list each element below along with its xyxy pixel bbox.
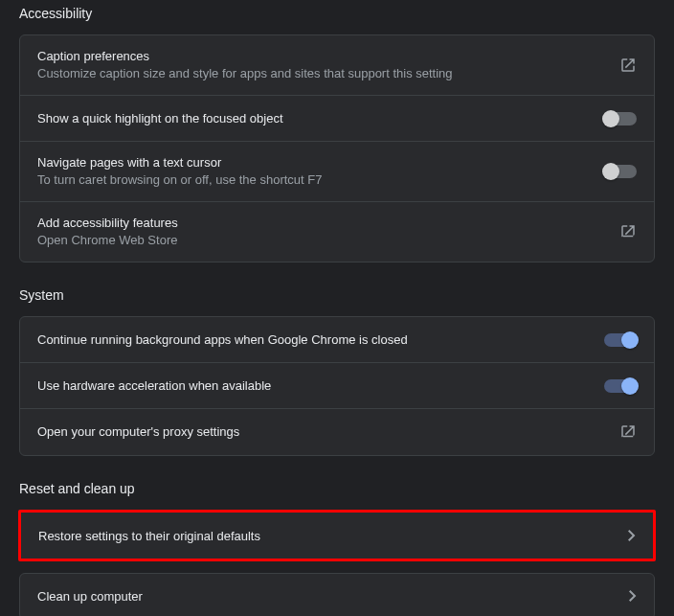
add-accessibility-features-title: Add accessibility features xyxy=(37,215,608,232)
caption-preferences-title: Caption preferences xyxy=(37,48,608,65)
open-external-icon[interactable] xyxy=(619,57,637,74)
quick-highlight-toggle[interactable] xyxy=(604,112,637,125)
background-apps-row[interactable]: Continue running background apps when Go… xyxy=(20,317,654,363)
accessibility-card: Caption preferences Customize caption si… xyxy=(19,34,655,262)
text-cursor-sub: To turn caret browsing on or off, use th… xyxy=(37,171,593,189)
restore-defaults-title: Restore settings to their original defau… xyxy=(38,529,260,543)
chevron-right-icon xyxy=(629,586,637,606)
quick-highlight-title: Show a quick highlight on the focused ob… xyxy=(37,110,593,127)
open-external-icon[interactable] xyxy=(619,223,637,240)
hardware-acceleration-row[interactable]: Use hardware acceleration when available xyxy=(20,363,654,409)
proxy-settings-title: Open your computer's proxy settings xyxy=(37,423,608,441)
proxy-settings-row[interactable]: Open your computer's proxy settings xyxy=(20,409,654,455)
text-cursor-row[interactable]: Navigate pages with a text cursor To tur… xyxy=(20,142,654,202)
section-heading-accessibility: Accessibility xyxy=(19,0,655,34)
quick-highlight-row[interactable]: Show a quick highlight on the focused ob… xyxy=(20,96,654,142)
clean-up-computer-row[interactable]: Clean up computer xyxy=(19,573,655,616)
restore-defaults-highlight: Restore settings to their original defau… xyxy=(18,510,656,561)
system-card: Continue running background apps when Go… xyxy=(19,316,655,456)
add-accessibility-features-row[interactable]: Add accessibility features Open Chrome W… xyxy=(20,202,654,262)
clean-up-computer-title: Clean up computer xyxy=(37,589,143,604)
open-external-icon[interactable] xyxy=(619,423,637,441)
hardware-acceleration-toggle[interactable] xyxy=(604,379,637,393)
caption-preferences-row[interactable]: Caption preferences Customize caption si… xyxy=(20,35,654,96)
caption-preferences-sub: Customize caption size and style for app… xyxy=(37,65,608,82)
add-accessibility-features-sub: Open Chrome Web Store xyxy=(37,232,608,249)
hardware-acceleration-title: Use hardware acceleration when available xyxy=(37,377,593,395)
restore-defaults-row[interactable]: Restore settings to their original defau… xyxy=(21,513,653,559)
background-apps-toggle[interactable] xyxy=(604,333,637,347)
text-cursor-title: Navigate pages with a text cursor xyxy=(37,154,593,171)
section-heading-system: System xyxy=(19,262,655,316)
section-heading-reset: Reset and clean up xyxy=(19,456,655,510)
background-apps-title: Continue running background apps when Go… xyxy=(37,331,593,349)
text-cursor-toggle[interactable] xyxy=(604,165,637,178)
chevron-right-icon xyxy=(628,526,636,546)
